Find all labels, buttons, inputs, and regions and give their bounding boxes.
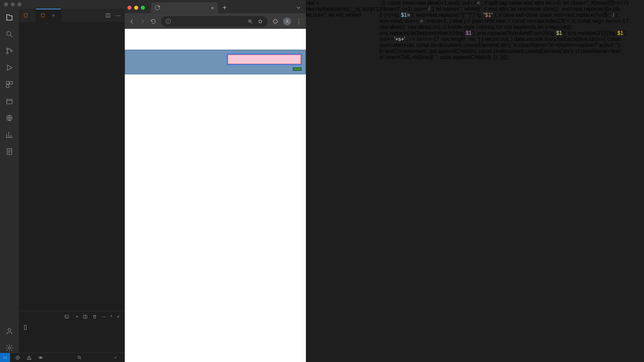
more-actions-icon[interactable]: ⋯	[115, 12, 121, 19]
browser-tab[interactable]: ×	[151, 2, 218, 13]
bookmark-star-icon[interactable]	[258, 19, 263, 24]
profile-avatar[interactable]	[283, 17, 291, 25]
graph-icon[interactable]	[5, 130, 14, 139]
minimize-window-icon[interactable]	[11, 2, 15, 6]
split-editor-icon[interactable]	[105, 13, 111, 18]
minimize-window-icon[interactable]	[134, 6, 138, 10]
svg-rect-6	[6, 85, 9, 87]
folder-library-icon[interactable]	[5, 97, 14, 106]
submit-button[interactable]	[293, 68, 301, 70]
browser-tabstrip: × +	[125, 0, 306, 13]
search-icon[interactable]	[5, 29, 14, 39]
status-find[interactable]	[77, 355, 82, 360]
svg-point-19	[286, 20, 288, 21]
new-terminal-icon[interactable]: +	[76, 314, 78, 319]
panel-tabbar: + ⋯ ^ ×	[19, 311, 125, 322]
back-button[interactable]	[129, 18, 135, 24]
editor-tab-actions: ⋯	[105, 9, 125, 22]
account-icon[interactable]	[5, 326, 14, 336]
code-editor[interactable]	[19, 31, 125, 311]
more-terminal-icon[interactable]: ⋯	[102, 314, 106, 319]
svg-point-16	[40, 357, 41, 358]
status-bar: ✓	[0, 353, 125, 362]
browser-window: × + i ⋮	[125, 0, 306, 362]
extensions-icon[interactable]	[5, 80, 14, 89]
tabstrip-actions	[296, 5, 303, 10]
debug-icon[interactable]	[5, 63, 14, 72]
vscode-window: × ⋯	[0, 0, 125, 362]
tab-close-icon[interactable]: ×	[51, 13, 56, 18]
zoom-window-icon[interactable]	[141, 6, 145, 10]
status-errors[interactable]	[15, 355, 21, 360]
svg-point-11	[8, 347, 10, 349]
activity-bar	[0, 9, 19, 353]
html-file-icon	[23, 13, 28, 18]
browser-window-controls[interactable]	[127, 6, 148, 10]
window-controls[interactable]	[0, 2, 21, 6]
forward-button	[140, 18, 146, 24]
browser-preview-icon[interactable]	[5, 113, 14, 123]
breadcrumb[interactable]	[19, 22, 125, 31]
extensions-button[interactable]	[272, 18, 278, 24]
new-tab-button[interactable]: +	[221, 4, 229, 12]
vscode-titlebar	[0, 0, 125, 9]
explorer-icon[interactable]	[5, 13, 14, 22]
rendered-page	[125, 29, 306, 362]
kill-terminal-icon[interactable]	[92, 314, 97, 319]
editor-area: × ⋯	[19, 9, 125, 353]
line-number-gutter	[19, 31, 38, 311]
source-control-icon[interactable]	[5, 46, 14, 56]
email-row	[129, 54, 301, 64]
close-window-icon[interactable]	[4, 2, 8, 6]
svg-rect-4	[6, 81, 9, 84]
address-bar-row: i ⋮	[125, 13, 306, 29]
site-info-icon[interactable]: i	[166, 19, 171, 24]
favicon-icon	[155, 5, 160, 10]
editor-tabbar: × ⋯	[19, 9, 125, 22]
maximize-panel-icon[interactable]: ^	[110, 314, 112, 319]
terminal-output[interactable]	[19, 322, 125, 353]
status-ports[interactable]	[38, 355, 44, 360]
zoom-window-icon[interactable]	[17, 2, 21, 6]
remote-indicator[interactable]	[0, 353, 10, 362]
chevron-down-icon[interactable]	[296, 5, 301, 10]
tab-close-icon[interactable]: ×	[211, 5, 214, 11]
bottom-panel: + ⋯ ^ ×	[19, 311, 125, 353]
status-warnings[interactable]	[27, 355, 33, 360]
svg-rect-5	[10, 81, 12, 84]
panel-actions: + ⋯ ^ ×	[64, 314, 119, 319]
svg-rect-7	[7, 99, 12, 104]
terminal-process[interactable]	[64, 314, 71, 319]
form-container	[125, 50, 306, 74]
text-doc-icon[interactable]	[5, 147, 14, 156]
svg-rect-13	[65, 315, 69, 318]
code-content[interactable]	[38, 31, 125, 311]
zoom-page-icon[interactable]	[248, 19, 253, 24]
browser-chrome: × + i ⋮	[125, 0, 306, 29]
close-window-icon[interactable]	[127, 6, 131, 10]
reload-button[interactable]	[150, 18, 156, 24]
tab-index[interactable]: ×	[36, 9, 61, 22]
status-prettier[interactable]: ✓	[114, 355, 121, 360]
email-input[interactable]	[227, 54, 301, 64]
settings-gear-icon[interactable]	[5, 343, 14, 353]
html-file-icon	[41, 13, 45, 18]
tab-thankyou[interactable]	[19, 9, 36, 22]
browser-menu-icon[interactable]: ⋮	[296, 18, 302, 25]
terminal-icon	[64, 314, 69, 319]
svg-point-0	[7, 32, 11, 36]
vscode-body: × ⋯	[0, 9, 125, 353]
terminal-cursor	[24, 325, 26, 330]
svg-point-17	[78, 356, 80, 358]
close-panel-icon[interactable]: ×	[117, 314, 119, 319]
split-terminal-icon[interactable]	[83, 314, 88, 319]
address-bar[interactable]: i	[161, 16, 268, 27]
svg-point-10	[8, 328, 11, 331]
